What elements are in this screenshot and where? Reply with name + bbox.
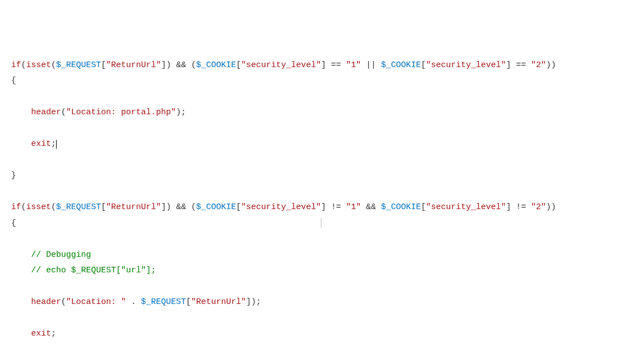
- string-literal: "ReturnUrl": [191, 297, 246, 307]
- code-line: exit;: [11, 329, 56, 338]
- var-request: $_REQUEST: [141, 297, 186, 307]
- comment: // echo $_REQUEST["url"];: [31, 266, 156, 275]
- paren: );: [176, 108, 186, 117]
- string-literal: "security_level": [426, 60, 506, 70]
- paren: (: [61, 108, 66, 117]
- string-literal: "1": [346, 202, 361, 212]
- bracket: [: [101, 60, 106, 70]
- paren: (: [51, 202, 56, 212]
- paren: (: [191, 202, 196, 212]
- indent: [11, 329, 31, 338]
- operator-neq: !=: [326, 202, 346, 212]
- bracket: ]: [246, 297, 251, 307]
- operator-and: &&: [361, 202, 381, 212]
- bracket: ]: [321, 202, 326, 212]
- code-block[interactable]: if(isset($_REQUEST["ReturnUrl"]) && ($_C…: [11, 58, 633, 351]
- semicolon: ;: [51, 329, 56, 338]
- operator-and: &&: [171, 202, 191, 212]
- comment: // Debugging: [31, 250, 91, 260]
- code-line: // echo $_REQUEST["url"];: [11, 266, 156, 275]
- code-line: // Debugging: [11, 250, 91, 260]
- bracket: [: [186, 297, 191, 307]
- ibeam-cursor-icon: [321, 218, 321, 228]
- bracket: [: [236, 202, 241, 212]
- text-cursor-icon: [56, 140, 57, 149]
- indent: [11, 266, 31, 275]
- paren: ): [166, 60, 171, 70]
- string-literal: "Location: ": [66, 297, 126, 307]
- bracket: [: [421, 60, 426, 70]
- var-cookie: $_COOKIE: [381, 60, 421, 70]
- paren: (: [191, 60, 196, 70]
- code-line: header("Location: " . $_REQUEST["ReturnU…: [11, 297, 261, 307]
- operator-eq: ==: [326, 60, 346, 70]
- code-line: {: [11, 76, 16, 85]
- operator-or: ||: [361, 60, 381, 70]
- code-line: {: [11, 219, 321, 228]
- paren: (: [21, 202, 26, 212]
- bracket: [: [236, 60, 241, 70]
- keyword-if: if: [11, 60, 21, 70]
- operator-neq: !=: [511, 202, 531, 212]
- string-literal: "Location: portal.php": [66, 108, 176, 117]
- keyword-exit: exit: [31, 139, 51, 149]
- indent: [11, 139, 31, 149]
- bracket: ]: [161, 60, 166, 70]
- keyword-isset: isset: [26, 202, 51, 212]
- var-request: $_REQUEST: [56, 202, 101, 212]
- keyword-header: header: [31, 297, 61, 307]
- bracket: [: [421, 202, 426, 212]
- string-literal: "2": [531, 202, 546, 212]
- keyword-header: header: [31, 108, 61, 117]
- semicolon: ;: [51, 139, 56, 149]
- string-literal: "security_level": [241, 202, 321, 212]
- indent: [11, 108, 31, 117]
- brace: {: [11, 219, 16, 228]
- var-cookie: $_COOKIE: [381, 202, 421, 212]
- code-line: }: [11, 171, 16, 180]
- var-cookie: $_COOKIE: [196, 202, 236, 212]
- operator-and: &&: [171, 60, 191, 70]
- code-line: header("Location: portal.php");: [11, 108, 186, 117]
- code-line: if(isset($_REQUEST["ReturnUrl"]) && ($_C…: [11, 202, 556, 212]
- paren: )): [546, 60, 556, 70]
- paren: (: [51, 60, 56, 70]
- var-cookie: $_COOKIE: [196, 60, 236, 70]
- string-literal: "2": [531, 60, 546, 70]
- indent: [11, 297, 31, 307]
- operator-eq: ==: [511, 60, 531, 70]
- paren: (: [21, 60, 26, 70]
- paren: ): [166, 202, 171, 212]
- string-literal: "security_level": [426, 202, 506, 212]
- string-literal: "security_level": [241, 60, 321, 70]
- bracket: ]: [321, 60, 326, 70]
- indent: [11, 250, 31, 260]
- keyword-if: if: [11, 202, 21, 212]
- bracket: ]: [161, 202, 166, 212]
- keyword-isset: isset: [26, 60, 51, 70]
- var-request: $_REQUEST: [56, 60, 101, 70]
- string-literal: "ReturnUrl": [106, 202, 161, 212]
- string-literal: "1": [346, 60, 361, 70]
- paren: )): [546, 202, 556, 212]
- paren: (: [61, 297, 66, 307]
- operator-concat: .: [126, 297, 141, 307]
- string-literal: "ReturnUrl": [106, 60, 161, 70]
- code-line: exit;: [11, 139, 57, 149]
- code-line: if(isset($_REQUEST["ReturnUrl"]) && ($_C…: [11, 60, 556, 70]
- bracket: [: [101, 202, 106, 212]
- keyword-exit: exit: [31, 329, 51, 338]
- paren: );: [251, 297, 261, 307]
